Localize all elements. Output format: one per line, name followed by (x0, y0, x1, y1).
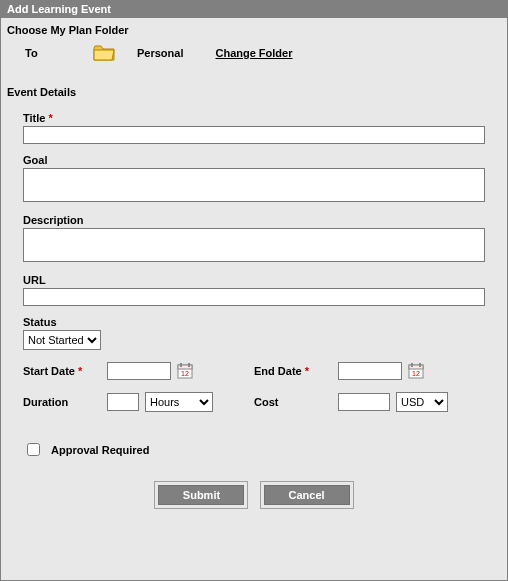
cost-input[interactable] (338, 393, 390, 411)
folder-row: To Personal Change Folder (1, 38, 507, 66)
duration-label: Duration (23, 396, 101, 408)
url-input[interactable] (23, 288, 485, 306)
approval-checkbox[interactable] (27, 443, 40, 456)
svg-rect-2 (180, 363, 182, 367)
end-date-cell: End Date * 12 (254, 362, 485, 380)
calendar-icon[interactable]: 12 (177, 363, 193, 379)
end-date-label-text: End Date (254, 365, 302, 377)
event-details-form: Title * Goal Description URL Status Not … (1, 100, 507, 515)
end-date-input[interactable] (338, 362, 402, 380)
calendar-icon[interactable]: 12 (408, 363, 424, 379)
svg-text:12: 12 (181, 370, 189, 377)
change-folder-link[interactable]: Change Folder (215, 47, 292, 59)
goal-input[interactable] (23, 168, 485, 202)
cancel-button-wrap: Cancel (260, 481, 354, 509)
cost-label: Cost (254, 396, 332, 408)
title-label: Title * (23, 112, 485, 124)
end-date-required-indicator: * (305, 365, 309, 377)
duration-unit-select[interactable]: Hours (145, 392, 213, 412)
event-details-heading: Event Details (1, 80, 507, 100)
svg-rect-7 (411, 363, 413, 367)
titlebar: Add Learning Event (1, 0, 507, 18)
start-date-input[interactable] (107, 362, 171, 380)
current-folder-label: Personal (137, 47, 183, 59)
description-label: Description (23, 214, 485, 226)
start-date-label: Start Date * (23, 365, 101, 377)
description-input[interactable] (23, 228, 485, 262)
start-date-label-text: Start Date (23, 365, 75, 377)
start-date-required-indicator: * (78, 365, 82, 377)
svg-rect-3 (188, 363, 190, 367)
svg-rect-8 (419, 363, 421, 367)
submit-button-wrap: Submit (154, 481, 248, 509)
status-label: Status (23, 316, 485, 328)
to-label: To (25, 47, 75, 59)
folder-icon (93, 44, 115, 62)
approval-label: Approval Required (51, 444, 149, 456)
currency-select[interactable]: USD (396, 392, 448, 412)
status-select[interactable]: Not Started (23, 330, 101, 350)
submit-button[interactable]: Submit (158, 485, 244, 505)
choose-folder-heading: Choose My Plan Folder (1, 18, 507, 38)
start-date-cell: Start Date * 12 (23, 362, 254, 380)
duration-input[interactable] (107, 393, 139, 411)
approval-row: Approval Required (23, 440, 485, 459)
svg-text:12: 12 (412, 370, 420, 377)
cancel-button[interactable]: Cancel (264, 485, 350, 505)
title-input[interactable] (23, 126, 485, 144)
button-row: Submit Cancel (23, 481, 485, 509)
title-required-indicator: * (48, 112, 52, 124)
cost-cell: Cost USD (254, 392, 485, 412)
url-label: URL (23, 274, 485, 286)
goal-label: Goal (23, 154, 485, 166)
end-date-label: End Date * (254, 365, 332, 377)
duration-cell: Duration Hours (23, 392, 254, 412)
title-label-text: Title (23, 112, 45, 124)
